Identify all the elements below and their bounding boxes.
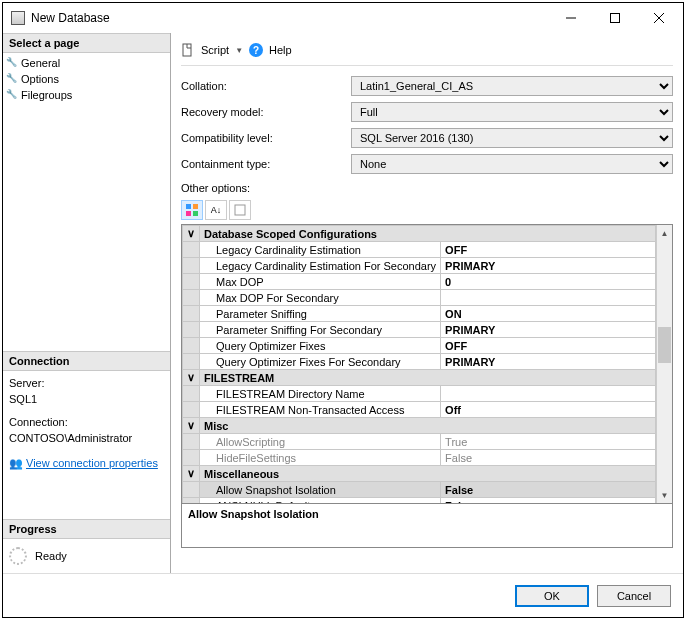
script-dropdown-icon[interactable]: ▼ — [235, 46, 243, 55]
svg-rect-7 — [186, 211, 191, 216]
recovery-label: Recovery model: — [181, 106, 351, 118]
property-row[interactable]: FILESTREAM Directory Name — [183, 386, 656, 402]
select-page-header: Select a page — [3, 33, 170, 53]
cancel-button[interactable]: Cancel — [597, 585, 671, 607]
left-panel: Select a page General Options Filegroups… — [3, 33, 171, 573]
scroll-thumb[interactable] — [658, 327, 671, 363]
view-connection-link[interactable]: 👥View connection properties — [9, 455, 164, 472]
property-row[interactable]: ANSI NULL DefaultFalse — [183, 498, 656, 504]
contain-label: Containment type: — [181, 158, 351, 170]
property-description: Allow Snapshot Isolation — [181, 504, 673, 548]
collapse-icon[interactable]: ∨ — [183, 418, 200, 434]
category-row[interactable]: ∨Miscellaneous — [183, 466, 656, 482]
alphabetical-button[interactable]: A↓ — [205, 200, 227, 220]
compat-select[interactable]: SQL Server 2016 (130) — [351, 128, 673, 148]
progress-status: Ready — [35, 550, 67, 562]
close-button[interactable] — [637, 4, 681, 32]
property-row[interactable]: Query Optimizer Fixes For SecondaryPRIMA… — [183, 354, 656, 370]
property-pages-button[interactable] — [229, 200, 251, 220]
property-row[interactable]: Legacy Cardinality Estimation For Second… — [183, 258, 656, 274]
progress-header: Progress — [3, 519, 170, 539]
property-row[interactable]: Max DOP For Secondary — [183, 290, 656, 306]
property-row[interactable]: Max DOP0 — [183, 274, 656, 290]
category-row[interactable]: ∨Misc — [183, 418, 656, 434]
svg-rect-1 — [611, 14, 620, 23]
property-row[interactable]: Parameter Sniffing For SecondaryPRIMARY — [183, 322, 656, 338]
progress-spinner-icon — [9, 547, 27, 565]
property-row[interactable]: Parameter SniffingON — [183, 306, 656, 322]
collapse-icon[interactable]: ∨ — [183, 466, 200, 482]
help-icon: ? — [249, 43, 263, 57]
server-label: Server: — [9, 375, 164, 392]
window-title: New Database — [31, 11, 549, 25]
grid-scrollbar[interactable]: ▲ ▼ — [656, 225, 672, 503]
script-button[interactable]: Script — [201, 44, 229, 56]
svg-rect-9 — [235, 205, 245, 215]
collapse-icon[interactable]: ∨ — [183, 226, 200, 242]
app-icon — [11, 11, 25, 25]
titlebar: New Database — [3, 3, 683, 33]
scroll-down-icon[interactable]: ▼ — [657, 487, 672, 503]
minimize-button[interactable] — [549, 4, 593, 32]
property-row[interactable]: AllowScriptingTrue — [183, 434, 656, 450]
categorized-button[interactable] — [181, 200, 203, 220]
property-row[interactable]: HideFileSettingsFalse — [183, 450, 656, 466]
other-options-label: Other options: — [181, 182, 673, 194]
svg-rect-5 — [186, 204, 191, 209]
svg-rect-6 — [193, 204, 198, 209]
property-row[interactable]: Query Optimizer FixesOFF — [183, 338, 656, 354]
ok-button[interactable]: OK — [515, 585, 589, 607]
script-icon — [181, 43, 195, 57]
server-value: SQL1 — [9, 391, 164, 408]
svg-rect-8 — [193, 211, 198, 216]
category-row[interactable]: ∨FILESTREAM — [183, 370, 656, 386]
page-filegroups[interactable]: Filegroups — [3, 87, 170, 103]
scroll-up-icon[interactable]: ▲ — [657, 225, 672, 241]
connection-header: Connection — [3, 351, 170, 371]
maximize-button[interactable] — [593, 4, 637, 32]
contain-select[interactable]: None — [351, 154, 673, 174]
connection-label: Connection: — [9, 414, 164, 431]
connection-value: CONTOSO\Administrator — [9, 430, 164, 447]
collapse-icon[interactable]: ∨ — [183, 370, 200, 386]
compat-label: Compatibility level: — [181, 132, 351, 144]
collation-label: Collation: — [181, 80, 351, 92]
page-options[interactable]: Options — [3, 71, 170, 87]
page-general[interactable]: General — [3, 55, 170, 71]
dialog-window: New Database Select a page General Optio… — [2, 2, 684, 618]
help-button[interactable]: Help — [269, 44, 292, 56]
recovery-select[interactable]: Full — [351, 102, 673, 122]
property-row[interactable]: FILESTREAM Non-Transacted AccessOff — [183, 402, 656, 418]
property-row[interactable]: Legacy Cardinality EstimationOFF — [183, 242, 656, 258]
property-row[interactable]: Allow Snapshot IsolationFalse — [183, 482, 656, 498]
people-icon: 👥 — [9, 457, 23, 469]
collation-select[interactable]: Latin1_General_CI_AS — [351, 76, 673, 96]
category-row[interactable]: ∨Database Scoped Configurations — [183, 226, 656, 242]
property-grid[interactable]: ∨Database Scoped ConfigurationsLegacy Ca… — [181, 224, 673, 504]
right-panel: Script ▼ ? Help Collation: Latin1_Genera… — [171, 33, 683, 573]
